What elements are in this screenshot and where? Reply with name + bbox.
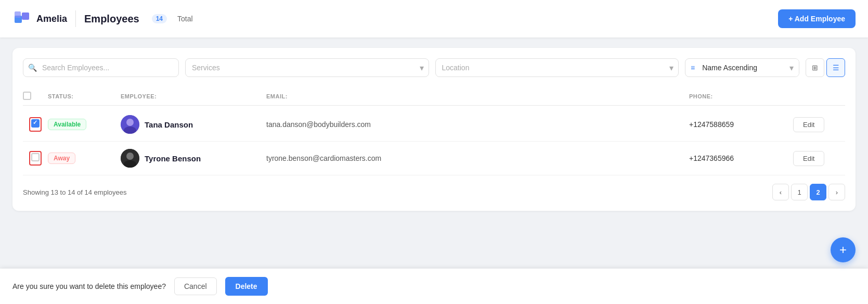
- row2-name: Tyrone Benson: [145, 154, 201, 163]
- page-1-button[interactable]: 1: [791, 184, 808, 200]
- svg-rect-2: [15, 11, 21, 18]
- total-label: Total: [177, 15, 193, 23]
- row2-edit-button[interactable]: Edit: [793, 151, 824, 166]
- add-employee-button[interactable]: + Add Employee: [778, 9, 856, 28]
- view-toggle: ⊞ ☰: [806, 58, 845, 77]
- logo-icon: [12, 9, 31, 28]
- delete-confirmation-bar: Are you sure you want to delete this emp…: [0, 269, 868, 304]
- header-divider: [75, 10, 76, 27]
- search-input[interactable]: [23, 58, 179, 77]
- row2-checkbox-wrapper: [29, 151, 42, 166]
- confirm-delete-button[interactable]: Delete: [225, 277, 268, 296]
- row1-phone: +1247588659: [689, 120, 793, 129]
- row2-avatar: [121, 149, 139, 168]
- col-employee-header: EMPLOYEE:: [121, 93, 266, 99]
- row1-checkbox-wrapper: [29, 117, 42, 132]
- delete-confirmation-text: Are you sure you want to delete this emp…: [12, 282, 166, 290]
- prev-page-button[interactable]: ‹: [772, 184, 789, 200]
- header-left: Amelia Employees 14 Total: [12, 9, 193, 28]
- pagination-row: Showing 13 to 14 of 14 employees ‹ 1 2 ›: [23, 184, 845, 200]
- location-filter: Location ▾: [435, 58, 679, 77]
- status-badge-available: Available: [48, 119, 86, 130]
- services-filter: Services ▾: [185, 58, 429, 77]
- select-all-checkbox[interactable]: [23, 92, 31, 100]
- row2-status: Away: [48, 153, 121, 164]
- content-card: 🔍 Services ▾ Location ▾ ≡: [12, 48, 856, 211]
- sort-select[interactable]: Name Ascending Name Descending Status: [700, 59, 799, 77]
- table-row: Available Tana Danson tana.danson@bodybu…: [23, 108, 845, 142]
- row1-actions: Edit: [793, 117, 845, 132]
- col-email-header: EMAIL:: [266, 93, 689, 99]
- page-title: Employees: [84, 13, 139, 25]
- pagination-info: Showing 13 to 14 of 14 employees: [23, 188, 126, 196]
- svg-point-7: [126, 153, 134, 160]
- logo: Amelia: [12, 9, 67, 28]
- total-badge: 14: [152, 14, 167, 23]
- grid-view-button[interactable]: ⊞: [806, 58, 824, 77]
- search-icon: 🔍: [28, 64, 37, 72]
- row2-checkbox[interactable]: [31, 153, 40, 161]
- status-badge-away: Away: [48, 153, 75, 164]
- row2-employee: Tyrone Benson: [121, 149, 266, 168]
- search-box: 🔍: [23, 58, 179, 77]
- header: Amelia Employees 14 Total + Add Employee: [0, 0, 868, 37]
- row1-avatar: [121, 115, 139, 134]
- sort-filter: ≡ Name Ascending Name Descending Status …: [685, 58, 799, 77]
- list-view-button[interactable]: ☰: [826, 58, 845, 77]
- row1-status: Available: [48, 119, 121, 130]
- sort-icon: ≡: [685, 59, 700, 77]
- svg-rect-1: [22, 12, 29, 20]
- app-container: Amelia Employees 14 Total + Add Employee…: [0, 0, 868, 304]
- row1-checkbox-cell: [23, 117, 48, 132]
- col-phone-header: PHONE:: [689, 93, 793, 99]
- row1-employee: Tana Danson: [121, 115, 266, 134]
- row1-edit-button[interactable]: Edit: [793, 117, 824, 132]
- row1-checkbox[interactable]: [31, 119, 40, 128]
- col-checkbox: [23, 92, 48, 101]
- main-content: 🔍 Services ▾ Location ▾ ≡: [0, 37, 868, 304]
- services-select[interactable]: Services: [185, 58, 429, 77]
- logo-text: Amelia: [36, 14, 67, 24]
- pagination-controls: ‹ 1 2 ›: [772, 184, 845, 200]
- row2-actions: Edit: [793, 151, 845, 166]
- row2-phone: +1247365966: [689, 154, 793, 162]
- filters-row: 🔍 Services ▾ Location ▾ ≡: [23, 58, 845, 77]
- row1-email: tana.danson@bodybuilders.com: [266, 120, 689, 129]
- row2-checkbox-cell: [23, 151, 48, 166]
- table-row: Away Tyrone Benson tyrone.benson@cardiom…: [23, 142, 845, 175]
- col-status-header: STATUS:: [48, 93, 121, 99]
- location-select[interactable]: Location: [435, 58, 679, 77]
- page-2-button[interactable]: 2: [810, 184, 826, 200]
- svg-point-4: [126, 119, 134, 126]
- fab-button[interactable]: +: [831, 237, 856, 262]
- row1-name: Tana Danson: [145, 120, 193, 129]
- table-header: STATUS: EMPLOYEE: EMAIL: PHONE:: [23, 87, 845, 106]
- next-page-button[interactable]: ›: [828, 184, 845, 200]
- cancel-delete-button[interactable]: Cancel: [174, 277, 217, 295]
- row2-email: tyrone.benson@cardiomasters.com: [266, 154, 689, 162]
